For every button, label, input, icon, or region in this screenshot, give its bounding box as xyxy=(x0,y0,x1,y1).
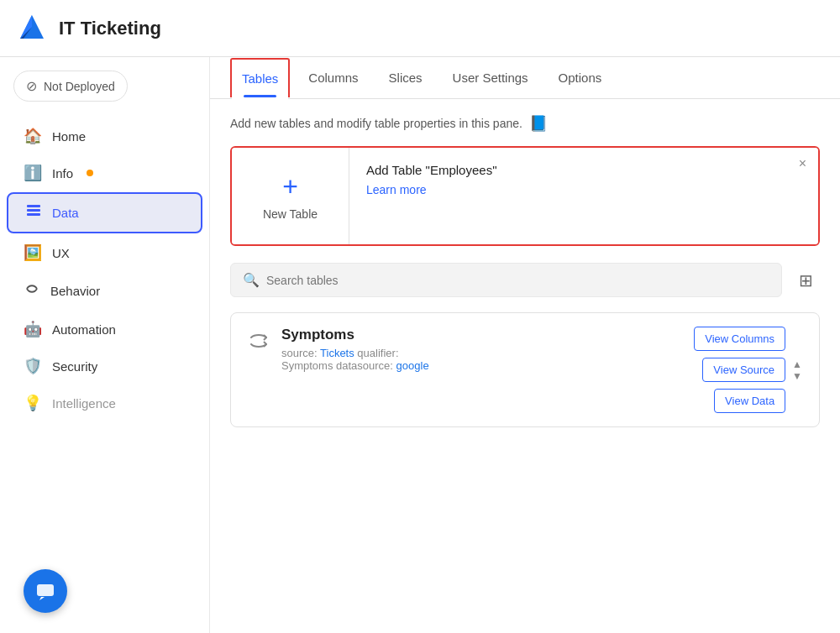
sidebar-item-label: Info xyxy=(52,166,73,180)
sidebar-item-automation[interactable]: 🤖 Automation xyxy=(7,311,202,347)
sidebar-item-home[interactable]: 🏠 Home xyxy=(7,118,202,154)
card-right: View Columns View Source View Data ▲ ▼ xyxy=(694,327,802,413)
tooltip-title: Add Table "Employees" xyxy=(366,163,801,177)
svg-rect-3 xyxy=(27,205,40,207)
tooltip-panel: × Add Table "Employees" Learn more xyxy=(349,148,818,244)
new-table-label: New Table xyxy=(263,207,318,221)
book-icon: 📘 xyxy=(529,114,548,133)
description-text: Add new tables and modify table properti… xyxy=(230,117,522,130)
sort-arrows[interactable]: ▲ ▼ xyxy=(792,358,802,382)
table-card: Symptoms source: Tickets qualifier: Symp… xyxy=(230,312,820,427)
chat-fab-button[interactable] xyxy=(24,569,67,613)
search-row: 🔍 ⊞ xyxy=(230,263,820,297)
deploy-status-button[interactable]: ⊘ Not Deployed xyxy=(13,71,128,102)
sidebar-item-security[interactable]: 🛡️ Security xyxy=(7,348,202,384)
sidebar: ⊘ Not Deployed 🏠 Home ℹ️ Info Data xyxy=(0,57,210,633)
search-input[interactable] xyxy=(266,274,769,287)
new-table-button[interactable]: + New Table xyxy=(232,148,349,244)
view-data-button[interactable]: View Data xyxy=(714,389,785,413)
source-label: source: xyxy=(281,347,318,359)
view-source-button[interactable]: View Source xyxy=(702,358,785,382)
info-badge xyxy=(87,170,93,176)
symptoms-label: Symptoms xyxy=(281,359,333,372)
ux-icon: 🖼️ xyxy=(24,243,42,262)
tab-tables[interactable]: Tables xyxy=(230,58,290,97)
tab-user-settings[interactable]: User Settings xyxy=(441,57,540,98)
tabs-bar: Tables Columns Slices User Settings Opti… xyxy=(210,57,840,99)
app-title: IT Ticketing xyxy=(59,18,161,39)
learn-more-link[interactable]: Learn more xyxy=(366,183,427,196)
app-header: IT Ticketing xyxy=(0,0,840,57)
deploy-status-label: Not Deployed xyxy=(44,80,115,93)
sidebar-item-ux[interactable]: 🖼️ UX xyxy=(7,235,202,270)
home-icon: 🏠 xyxy=(24,127,42,145)
table-card-actions: View Columns View Source View Data xyxy=(694,327,785,413)
sidebar-item-label: Automation xyxy=(52,322,116,337)
sidebar-item-behavior[interactable]: Behavior xyxy=(7,272,202,310)
datasource-label: datasource: xyxy=(336,359,393,372)
not-deployed-icon: ⊘ xyxy=(26,78,37,94)
content-body: Add new tables and modify table properti… xyxy=(210,99,840,442)
datasource-value[interactable]: google xyxy=(396,359,429,372)
plus-icon: + xyxy=(282,171,298,202)
sidebar-item-intelligence[interactable]: 💡 Intelligence xyxy=(7,385,202,421)
sidebar-item-label: Behavior xyxy=(50,284,100,298)
search-icon: 🔍 xyxy=(243,272,260,288)
add-table-box: + New Table × Add Table "Employees" Lear… xyxy=(230,146,820,246)
tooltip-close-button[interactable]: × xyxy=(799,156,806,171)
sidebar-item-data[interactable]: Data xyxy=(7,192,202,233)
tab-options[interactable]: Options xyxy=(547,57,614,98)
content-area: Tables Columns Slices User Settings Opti… xyxy=(210,57,840,633)
description-row: Add new tables and modify table properti… xyxy=(230,114,820,133)
qualifier-label: qualifier: xyxy=(357,347,398,359)
table-shuffle-icon xyxy=(248,330,270,357)
app-logo xyxy=(17,12,59,45)
view-columns-button[interactable]: View Columns xyxy=(694,327,785,351)
svg-rect-4 xyxy=(27,209,40,212)
source-value[interactable]: Tickets xyxy=(320,347,354,359)
shield-icon: 🛡️ xyxy=(24,357,42,375)
sidebar-item-info[interactable]: ℹ️ Info xyxy=(7,155,202,191)
automation-icon: 🤖 xyxy=(24,320,42,338)
search-box: 🔍 xyxy=(230,263,782,297)
svg-rect-5 xyxy=(27,213,40,216)
behavior-icon xyxy=(24,280,40,301)
data-icon xyxy=(25,202,42,223)
sidebar-item-label: Data xyxy=(52,206,79,220)
tab-columns[interactable]: Columns xyxy=(297,57,370,98)
tab-slices[interactable]: Slices xyxy=(377,57,434,98)
sidebar-item-label: Intelligence xyxy=(52,396,116,411)
table-card-info: Symptoms source: Tickets qualifier: Symp… xyxy=(281,327,682,372)
intelligence-icon: 💡 xyxy=(24,394,42,412)
table-card-name: Symptoms xyxy=(281,327,682,343)
svg-rect-6 xyxy=(37,584,54,596)
table-card-meta: source: Tickets qualifier: Symptoms data… xyxy=(281,347,682,372)
sidebar-item-label: Security xyxy=(52,359,97,374)
grid-view-button[interactable]: ⊞ xyxy=(792,264,820,297)
main-layout: ⊘ Not Deployed 🏠 Home ℹ️ Info Data xyxy=(0,57,840,633)
sidebar-item-label: UX xyxy=(52,246,70,260)
sidebar-item-label: Home xyxy=(52,129,86,144)
info-icon: ℹ️ xyxy=(24,164,42,182)
